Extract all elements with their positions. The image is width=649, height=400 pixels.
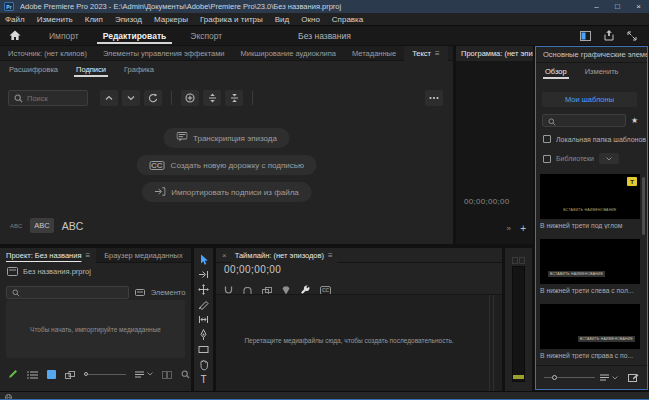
panel-menu-icon[interactable]: ≡: [328, 251, 333, 260]
sort-icons-button[interactable]: [135, 371, 153, 378]
tab-program-monitor[interactable]: Программа: (нет эпизо: [456, 46, 533, 61]
local-templates-checkbox-row[interactable]: Локальная папка шаблонов: [543, 135, 646, 143]
workspaces-icon[interactable]: [580, 27, 591, 45]
menu-item-graphics-titles[interactable]: Графика и титры: [194, 15, 269, 24]
libraries-checkbox-row[interactable]: Библиотеки: [543, 153, 619, 164]
libraries-dropdown[interactable]: [599, 153, 619, 164]
templates-search[interactable]: [542, 114, 626, 127]
zoom-slider[interactable]: [84, 372, 126, 376]
tab-effect-controls[interactable]: Элементы управления эффектами: [95, 46, 233, 61]
tab-edit-graphics[interactable]: Изменить: [576, 63, 628, 80]
subtab-transcript[interactable]: Расшифровка: [0, 61, 67, 78]
program-add-button[interactable]: +: [520, 223, 526, 234]
automate-sequence-icon[interactable]: [162, 365, 172, 383]
prev-caption-button[interactable]: [100, 90, 118, 106]
type-tool[interactable]: T: [194, 372, 213, 387]
split-caption-button[interactable]: [203, 90, 221, 106]
track-select-forward-tool[interactable]: [194, 267, 213, 282]
home-icon[interactable]: [9, 27, 21, 45]
tab-export[interactable]: Экспорт: [178, 26, 234, 45]
tab-audio-clip-mixer[interactable]: Микширование аудиоклипа: [233, 46, 344, 61]
my-templates-dropdown[interactable]: Мои шаблоны: [542, 92, 637, 107]
menu-item-view[interactable]: Вид: [269, 15, 295, 24]
add-caption-button[interactable]: [181, 90, 199, 106]
pen-tool[interactable]: [194, 327, 213, 342]
caption-size-small[interactable]: ABC: [10, 223, 22, 229]
template-item[interactable]: ВСТАВИТЬ НАИМЕНОВАНИЕ В нижней трети сле…: [540, 239, 640, 294]
caption-size-medium[interactable]: ABC: [30, 218, 53, 233]
tab-import[interactable]: Импорт: [37, 26, 91, 45]
fullscreen-icon[interactable]: [627, 27, 637, 45]
tab-project[interactable]: Проект: Без названия ≡: [0, 248, 96, 263]
project-file-icon: [7, 267, 18, 276]
close-tab-icon[interactable]: ×: [216, 251, 231, 260]
selection-tool[interactable]: [194, 252, 213, 267]
create-caption-track-button[interactable]: CC Создать новую дорожку с подписью: [136, 155, 317, 175]
template-label: В нижней трети слева с пол...: [540, 287, 640, 294]
tab-metadata[interactable]: Метаданные: [344, 46, 404, 61]
tab-edit[interactable]: Редактировать: [91, 26, 179, 45]
favorites-star-icon[interactable]: ★: [631, 116, 638, 125]
templates-scrollbar[interactable]: [642, 177, 645, 235]
template-item[interactable]: T ВСТАВИТЬ НАИМЕНОВАНИЕ В нижней трети п…: [540, 174, 640, 229]
timeline-vertical-scrollbar[interactable]: [489, 295, 494, 391]
text-panel: Источник: (нет клипов) Элементы управлен…: [0, 46, 453, 244]
project-search-input[interactable]: [24, 288, 123, 297]
more-options-button[interactable]: [425, 90, 443, 106]
merge-caption-button[interactable]: [225, 90, 243, 106]
razor-tool[interactable]: [194, 297, 213, 312]
maximize-button[interactable]: □: [607, 0, 628, 13]
menu-item-file[interactable]: Файл: [0, 15, 31, 24]
icon-view-icon[interactable]: [47, 365, 56, 383]
list-view-icon[interactable]: [27, 365, 38, 383]
tab-source-monitor[interactable]: Источник: (нет клипов): [0, 46, 95, 61]
menu-item-help[interactable]: Справка: [326, 15, 369, 24]
menu-item-sequence[interactable]: Эпизод: [109, 15, 148, 24]
writable-pencil-icon[interactable]: [8, 365, 18, 383]
minimize-button[interactable]: –: [586, 0, 607, 13]
panel-menu-icon[interactable]: ≡: [435, 49, 440, 58]
ripple-edit-tool[interactable]: [194, 282, 213, 297]
window-title: Adobe Premiere Pro 2023 - E:\Admin\Докум…: [20, 2, 586, 11]
checkbox-icon[interactable]: [543, 135, 551, 143]
filter-bin-icon[interactable]: [135, 283, 145, 301]
freeform-view-icon[interactable]: [65, 365, 75, 383]
quick-export-icon[interactable]: [604, 27, 614, 45]
project-file-row[interactable]: Без названия.prproj: [7, 267, 91, 276]
subtab-graphics[interactable]: Графика: [115, 61, 163, 78]
project-search[interactable]: [6, 286, 129, 299]
menu-item-markers[interactable]: Маркеры: [148, 15, 194, 24]
slip-tool[interactable]: [194, 312, 213, 327]
menu-item-window[interactable]: Окно: [295, 15, 326, 24]
sync-captions-button[interactable]: [144, 90, 162, 106]
program-timecode[interactable]: 00;00;00;00: [464, 197, 510, 206]
next-caption-button[interactable]: [122, 90, 140, 106]
caption-size-large[interactable]: ABC: [62, 220, 84, 232]
import-captions-button[interactable]: Импортировать подписи из файла: [141, 182, 312, 202]
project-drop-zone[interactable]: Чтобы начать, импортируйте медиаданные: [6, 300, 185, 358]
search-input[interactable]: [27, 94, 82, 103]
close-button[interactable]: ×: [628, 0, 649, 13]
rectangle-tool[interactable]: [194, 342, 213, 357]
tab-media-browser[interactable]: Браузер медиаданных: [96, 248, 191, 263]
program-overflow-icon[interactable]: »: [507, 224, 511, 233]
checkbox-icon[interactable]: [543, 155, 551, 163]
install-template-button[interactable]: [628, 369, 639, 387]
tab-timeline[interactable]: Таймлайн: (нет эпизодов) ≡: [231, 248, 337, 263]
menu-item-clip[interactable]: Клип: [79, 15, 109, 24]
templates-search-input[interactable]: [560, 116, 620, 125]
sort-button[interactable]: [600, 374, 618, 381]
timeline-timecode[interactable]: 00;00;00;00: [224, 264, 281, 275]
timeline-track-area[interactable]: Перетащите медиафайлы сюда, чтобы создат…: [216, 294, 502, 391]
tab-browse[interactable]: Обзор: [536, 63, 576, 80]
transcribe-sequence-button[interactable]: Транскрипция эпизода: [163, 128, 290, 148]
hand-tool[interactable]: [194, 357, 213, 372]
captions-search[interactable]: [8, 90, 88, 106]
subtab-captions[interactable]: Подписи: [67, 61, 115, 78]
find-icon[interactable]: [181, 365, 190, 383]
tab-text[interactable]: Текст ≡: [404, 46, 448, 61]
menu-item-edit[interactable]: Изменить: [31, 15, 79, 24]
cc-icon: CC: [149, 161, 165, 170]
template-item[interactable]: ВСТАВИТЬ НАИМЕНОВАНИЕ В нижней трети спр…: [540, 304, 640, 359]
panel-menu-icon[interactable]: ≡: [85, 251, 90, 260]
